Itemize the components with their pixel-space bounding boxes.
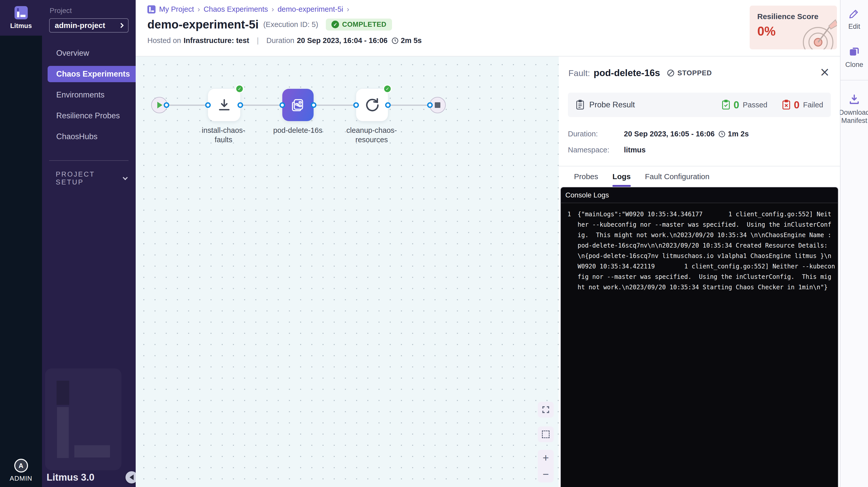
user-avatar[interactable]: A bbox=[14, 459, 28, 473]
passed-label: Passed bbox=[743, 101, 768, 109]
sidebar-item-chaos-experiments[interactable]: Chaos Experiments bbox=[48, 66, 136, 82]
log-line: {"mainLogs":"W0920 10:35:34.346177 1 cli… bbox=[578, 209, 831, 220]
collapse-arrow-icon bbox=[130, 475, 134, 480]
log-line: her --kubeconfig nor --master was specif… bbox=[578, 220, 831, 230]
console-logs-title: Console Logs bbox=[565, 191, 609, 199]
sidebar-item-resilience-probes[interactable]: Resilience Probes bbox=[48, 105, 136, 126]
brand-block: Litmus bbox=[0, 0, 42, 36]
log-line-number: 1 bbox=[561, 209, 578, 220]
zoom-out-button[interactable]: − bbox=[538, 466, 554, 482]
console-logs-panel: Console Logs 1{"mainLogs":"W0920 10:35:3… bbox=[560, 187, 838, 487]
connector-dot[interactable] bbox=[311, 102, 316, 108]
tab-logs[interactable]: Logs bbox=[613, 166, 631, 187]
stop-icon bbox=[435, 102, 440, 108]
console-logs-body[interactable]: 1{"mainLogs":"W0920 10:35:34.346177 1 cl… bbox=[560, 203, 838, 487]
clipboard-icon bbox=[576, 100, 585, 110]
download-manifest-button[interactable]: Download Manifest bbox=[839, 94, 868, 125]
tab-probes[interactable]: Probes bbox=[574, 166, 598, 187]
log-line: ig. This might not work.\n2023/09/20 10:… bbox=[578, 230, 831, 240]
select-area-button[interactable] bbox=[538, 426, 554, 442]
sidebar-divider bbox=[49, 160, 128, 161]
duration-elapsed: 2m 5s bbox=[401, 36, 422, 45]
infrastructure-value: Infrastructure: test bbox=[184, 36, 249, 45]
fit-view-button[interactable] bbox=[538, 402, 554, 418]
sidebar-item-chaoshubs[interactable]: ChaosHubs bbox=[48, 126, 136, 147]
connector-dot[interactable] bbox=[238, 102, 243, 108]
breadcrumb-separator: › bbox=[197, 5, 200, 13]
sidebar-item-environments[interactable]: Environments bbox=[48, 85, 136, 105]
status-text: COMPLETED bbox=[342, 21, 386, 29]
clock-icon bbox=[391, 37, 399, 44]
console-logs-header: Console Logs bbox=[560, 187, 838, 203]
fault-status-text: STOPPED bbox=[677, 69, 712, 77]
connector-dot[interactable] bbox=[279, 102, 285, 108]
failed-label: Failed bbox=[803, 101, 823, 109]
node-label-pod-delete: pod-delete-16s bbox=[270, 126, 326, 135]
chevron-right-icon bbox=[119, 23, 124, 28]
download-icon bbox=[216, 97, 232, 113]
panel-duration-label: Duration: bbox=[568, 130, 624, 138]
edit-button[interactable]: Edit bbox=[848, 8, 860, 31]
connector-dot[interactable] bbox=[205, 102, 211, 108]
fault-name: pod-delete-16s bbox=[594, 68, 660, 78]
node-label-install: install-chaos-faults bbox=[195, 126, 251, 144]
connector-dot[interactable] bbox=[164, 102, 169, 108]
log-line: fig nor --master was specified. Using th… bbox=[578, 272, 831, 282]
app-rail: Litmus A ADMIN bbox=[0, 0, 42, 487]
sidebar: Project admin-project Overview Chaos Exp… bbox=[42, 0, 136, 487]
execution-id: (Execution ID: 5) bbox=[263, 20, 318, 29]
connector-dot[interactable] bbox=[353, 102, 359, 108]
project-selector[interactable]: admin-project bbox=[49, 18, 128, 33]
project-setup-label: PROJECT SETUP bbox=[56, 170, 123, 186]
target-illustration bbox=[793, 14, 837, 50]
breadcrumb-experiment[interactable]: demo-experiment-5i bbox=[277, 5, 343, 13]
namespace-value: litmus bbox=[624, 146, 646, 154]
stopped-icon bbox=[666, 69, 675, 77]
node-label-cleanup: cleanup-chaos-resources bbox=[344, 126, 400, 144]
node-pod-delete-16s[interactable] bbox=[282, 89, 314, 121]
litmus-watermark bbox=[45, 368, 121, 470]
log-line: W0920 10:35:34.422119 1 client_config.go… bbox=[578, 261, 835, 272]
fault-label: Fault: bbox=[568, 68, 590, 78]
node-install-chaos-faults[interactable] bbox=[208, 89, 240, 121]
brand-name: Litmus bbox=[10, 22, 32, 30]
pipeline-canvas[interactable]: ✓ ✓ install-chaos-faults pod-delete-16s … bbox=[136, 57, 559, 487]
version-label: Litmus 3.0 bbox=[46, 472, 94, 483]
namespace-label: Namespace: bbox=[568, 146, 624, 154]
litmus-logo-icon[interactable] bbox=[14, 6, 28, 19]
status-badge: ✓ COMPLETED bbox=[326, 19, 392, 31]
breadcrumb-chaos-experiments[interactable]: Chaos Experiments bbox=[204, 5, 268, 13]
zoom-in-button[interactable]: + bbox=[538, 450, 554, 466]
clock-icon bbox=[718, 130, 726, 138]
selection-icon bbox=[542, 430, 550, 438]
failed-clipboard-icon bbox=[782, 100, 791, 110]
close-icon[interactable]: × bbox=[819, 66, 830, 78]
log-line: \n{pod-delete-16scq7nv litmuschaos.io v1… bbox=[578, 251, 831, 261]
rail-divider bbox=[840, 80, 868, 80]
download-icon bbox=[848, 94, 860, 105]
connector-dot[interactable] bbox=[385, 102, 391, 108]
breadcrumb-logo-icon bbox=[147, 5, 156, 13]
log-line: ht not work.\n2023/09/20 10:35:34 Starti… bbox=[578, 282, 828, 293]
sidebar-item-overview[interactable]: Overview bbox=[48, 43, 136, 64]
probe-result-summary: Probe Result 0 Passed 0 Failed bbox=[568, 93, 831, 117]
clone-button[interactable]: Clone bbox=[845, 46, 863, 69]
duration-value: 20 Sep 2023, 16:04 - 16:06 bbox=[297, 36, 388, 45]
panel-duration-value: 20 Sep 2023, 16:05 - 16:06 bbox=[624, 130, 714, 138]
node-success-badge: ✓ bbox=[383, 85, 392, 93]
zoom-controls: + − bbox=[538, 450, 554, 482]
play-icon bbox=[157, 102, 162, 108]
passed-clipboard-icon bbox=[721, 100, 731, 110]
breadcrumb-separator: › bbox=[347, 5, 349, 13]
resilience-score-card: Resilience Score 0% bbox=[750, 6, 837, 50]
tab-fault-configuration[interactable]: Fault Configuration bbox=[645, 166, 709, 187]
log-line: pod-delete-16scq7nv\n\n2023/09/20 10:35:… bbox=[578, 240, 828, 251]
passed-count: 0 bbox=[734, 99, 739, 111]
node-cleanup-chaos-resources[interactable] bbox=[356, 89, 388, 121]
project-setup-toggle[interactable]: PROJECT SETUP bbox=[42, 170, 136, 186]
connector-dot[interactable] bbox=[427, 102, 433, 108]
probe-result-title: Probe Result bbox=[589, 100, 635, 109]
page-header: My Project › Chaos Experiments › demo-ex… bbox=[136, 0, 840, 57]
breadcrumb-my-project[interactable]: My Project bbox=[159, 5, 194, 13]
project-name: admin-project bbox=[55, 21, 105, 30]
